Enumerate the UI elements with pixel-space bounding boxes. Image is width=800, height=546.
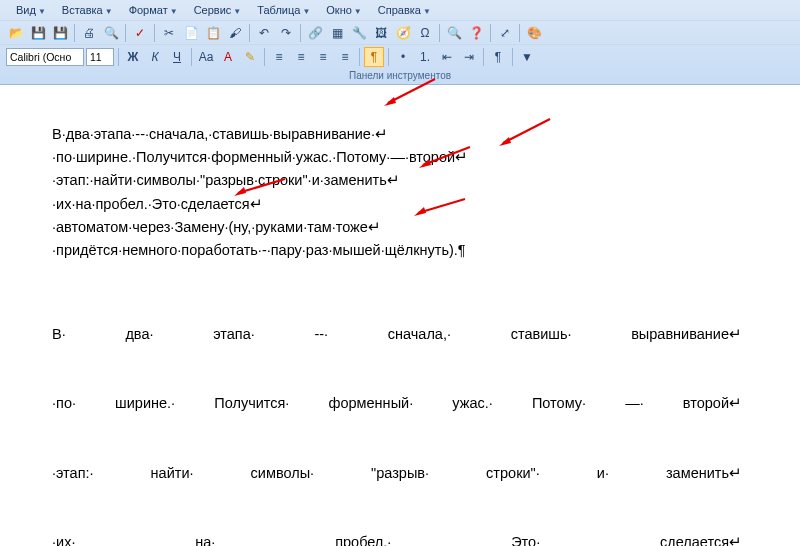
table-icon[interactable]: ▦ xyxy=(327,23,347,43)
copy-icon[interactable]: 📄 xyxy=(181,23,201,43)
menu-tools[interactable]: Сервис▼ xyxy=(186,2,250,18)
open-icon[interactable]: 📂 xyxy=(6,23,26,43)
toolbox-icon[interactable]: 🔧 xyxy=(349,23,369,43)
menu-view[interactable]: Вид▼ xyxy=(8,2,54,18)
document-area[interactable]: В·два·этапа·--·сначала,·ставишь·выравнив… xyxy=(0,85,800,546)
menu-help[interactable]: Справка▼ xyxy=(370,2,439,18)
zoom-icon[interactable]: ⤢ xyxy=(495,23,515,43)
format-paint-icon[interactable]: 🖌 xyxy=(225,23,245,43)
numbering-button[interactable]: 1. xyxy=(415,47,435,67)
ribbon: Вид▼ Вставка▼ Формат▼ Сервис▼ Таблица▼ О… xyxy=(0,0,800,85)
paragraph-1[interactable]: В·два·этапа·--·сначала,·ставишь·выравнив… xyxy=(52,123,742,262)
align-left-button[interactable]: ≡ xyxy=(269,47,289,67)
print-icon[interactable]: 🖨 xyxy=(79,23,99,43)
redo-icon[interactable]: ↷ xyxy=(276,23,296,43)
toolbars-caption: Панели инструментов xyxy=(0,68,800,84)
hyperlink-icon[interactable]: 🔗 xyxy=(305,23,325,43)
special-chars-icon[interactable]: Ω xyxy=(415,23,435,43)
menu-window[interactable]: Окно▼ xyxy=(318,2,369,18)
toolbar-standard: 📂 💾 💾 🖨 🔍 ✓ ✂ 📄 📋 🖌 ↶ ↷ 🔗 ▦ 🔧 🖼 🧭 Ω 🔍 xyxy=(0,20,800,44)
bullets-button[interactable]: • xyxy=(393,47,413,67)
paragraph-2[interactable]: В· два· этапа· --· сначала,· ставишь· вы… xyxy=(52,276,742,546)
font-name-select[interactable] xyxy=(6,48,84,66)
highlight-button[interactable]: ✎ xyxy=(240,47,260,67)
preview-icon[interactable]: 🔍 xyxy=(101,23,121,43)
paste-icon[interactable]: 📋 xyxy=(203,23,223,43)
pilcrow-button[interactable]: ¶ xyxy=(364,47,384,67)
indent-button[interactable]: ⇥ xyxy=(459,47,479,67)
cut-icon[interactable]: ✂ xyxy=(159,23,179,43)
menu-bar: Вид▼ Вставка▼ Формат▼ Сервис▼ Таблица▼ О… xyxy=(0,0,800,20)
case-button[interactable]: Aa xyxy=(196,47,216,67)
align-justify-button[interactable]: ≡ xyxy=(335,47,355,67)
export-icon[interactable]: 💾 xyxy=(50,23,70,43)
underline-button[interactable]: Ч xyxy=(167,47,187,67)
save-icon[interactable]: 💾 xyxy=(28,23,48,43)
align-right-button[interactable]: ≡ xyxy=(313,47,333,67)
menu-insert[interactable]: Вставка▼ xyxy=(54,2,121,18)
paragraph-icon[interactable]: ¶ xyxy=(488,47,508,67)
gallery-icon[interactable]: 🖼 xyxy=(371,23,391,43)
toolbar-formatting: Ж К Ч Aa A ✎ ≡ ≡ ≡ ≡ ¶ • 1. ⇤ ⇥ ¶ ▼ xyxy=(0,44,800,68)
fontcolor-button[interactable]: A xyxy=(218,47,238,67)
menu-format[interactable]: Формат▼ xyxy=(121,2,186,18)
more-icon[interactable]: ▼ xyxy=(517,47,537,67)
spellcheck-icon[interactable]: ✓ xyxy=(130,23,150,43)
color-icon[interactable]: 🎨 xyxy=(524,23,544,43)
align-center-button[interactable]: ≡ xyxy=(291,47,311,67)
undo-icon[interactable]: ↶ xyxy=(254,23,274,43)
italic-button[interactable]: К xyxy=(145,47,165,67)
outdent-button[interactable]: ⇤ xyxy=(437,47,457,67)
menu-table[interactable]: Таблица▼ xyxy=(249,2,318,18)
svg-marker-0 xyxy=(384,97,396,106)
font-size-select[interactable] xyxy=(86,48,114,66)
help-icon[interactable]: ❓ xyxy=(466,23,486,43)
toolbars: 📂 💾 💾 🖨 🔍 ✓ ✂ 📄 📋 🖌 ↶ ↷ 🔗 ▦ 🔧 🖼 🧭 Ω 🔍 xyxy=(0,20,800,84)
bold-button[interactable]: Ж xyxy=(123,47,143,67)
navigator-icon[interactable]: 🧭 xyxy=(393,23,413,43)
find-icon[interactable]: 🔍 xyxy=(444,23,464,43)
